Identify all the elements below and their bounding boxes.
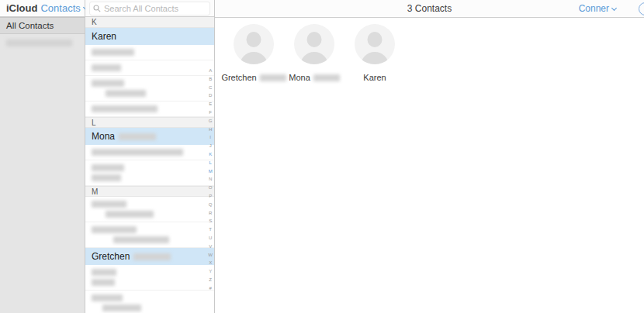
redacted-contact-name: [92, 105, 158, 112]
index-letter-r[interactable]: R: [209, 209, 212, 218]
contact-row-redacted[interactable]: [85, 76, 214, 101]
search-placeholder: Search All Contacts: [104, 4, 178, 13]
redacted-contact-name: [92, 149, 183, 156]
avatar-head: [247, 32, 261, 47]
index-letter-n[interactable]: N: [209, 175, 212, 184]
contact-card-name: Karen: [363, 73, 386, 82]
index-letter-hash[interactable]: #: [209, 284, 211, 293]
index-letter-z[interactable]: Z: [209, 276, 212, 284]
contact-card-name: Mona: [289, 73, 340, 82]
contacts-count: 3 Contacts: [407, 3, 452, 14]
section-header-k: K: [85, 17, 214, 28]
redacted-contact-name: [92, 174, 121, 181]
index-letter-j[interactable]: J: [209, 142, 212, 150]
index-letter-b[interactable]: B: [209, 75, 212, 84]
avatar-head: [307, 32, 322, 47]
index-letter-o[interactable]: O: [209, 184, 213, 192]
redacted-contact-name: [92, 226, 137, 233]
index-letter-g[interactable]: G: [209, 117, 213, 126]
index-letter-w[interactable]: W: [208, 251, 213, 260]
section-header-m: M: [85, 186, 214, 197]
contact-row-redacted[interactable]: [85, 45, 214, 60]
icloud-contacts-app: iCloud Contacts All Contacts Search All …: [0, 0, 644, 313]
contact-cards: GretchenMonaKaren: [215, 18, 644, 82]
contact-list: KKarenLMonaMGretchen: [85, 17, 214, 313]
index-letter-c[interactable]: C: [209, 84, 212, 92]
contact-card-gretchen[interactable]: Gretchen: [226, 24, 282, 82]
app-switcher-menu[interactable]: Contacts: [40, 2, 87, 14]
index-letter-h[interactable]: H: [209, 126, 212, 134]
contact-row-redacted[interactable]: [85, 101, 214, 117]
index-letter-m[interactable]: M: [209, 167, 213, 176]
contact-row-redacted[interactable]: [85, 60, 214, 76]
index-letter-t[interactable]: T: [209, 225, 212, 234]
redacted-last-name: [260, 74, 286, 81]
contact-row-redacted[interactable]: [85, 265, 214, 291]
avatar-torso: [361, 52, 389, 64]
contact-first-name: Mona: [289, 73, 310, 82]
index-letter-i[interactable]: I: [209, 133, 211, 142]
redacted-last-name: [133, 253, 171, 260]
section-header-l: L: [85, 117, 214, 128]
contact-row-redacted[interactable]: [85, 291, 214, 313]
section-letter: M: [92, 187, 98, 196]
contact-row-redacted[interactable]: [85, 197, 214, 222]
contact-first-name: Karen: [363, 73, 386, 82]
group-list: All Contacts: [0, 17, 85, 51]
index-letter-d[interactable]: D: [209, 91, 212, 100]
contact-row-karen[interactable]: Karen: [85, 28, 214, 45]
contact-row-gretchen[interactable]: Gretchen: [85, 248, 214, 265]
index-letter-l[interactable]: L: [209, 159, 211, 167]
app-header: iCloud Contacts: [0, 0, 85, 17]
main-panel: 3 Contacts Conner GretchenMonaKaren: [215, 0, 644, 313]
groups-sidebar: iCloud Contacts All Contacts: [0, 0, 85, 313]
index-letter-s[interactable]: S: [209, 217, 212, 225]
index-letter-e[interactable]: E: [209, 100, 212, 108]
contact-card-karen[interactable]: Karen: [347, 24, 403, 82]
index-letter-p[interactable]: P: [209, 192, 212, 201]
contact-row-redacted[interactable]: [85, 145, 214, 160]
index-letter-x[interactable]: X: [209, 259, 212, 267]
index-letter-k[interactable]: K: [209, 150, 212, 159]
sidebar-item-all-contacts[interactable]: All Contacts: [0, 17, 85, 34]
search-bar: Search All Contacts: [85, 0, 214, 17]
avatar-torso: [240, 52, 268, 64]
redacted-last-name: [313, 74, 340, 81]
redacted-group-name: [6, 40, 72, 46]
redacted-contact-name: [92, 201, 126, 208]
alphabet-index[interactable]: ABCDEFGHIJKLMNOPQRSTUVWXYZ#: [208, 67, 213, 293]
contact-first-name: Gretchen: [221, 73, 256, 82]
index-letter-f[interactable]: F: [209, 108, 212, 117]
index-letter-q[interactable]: Q: [209, 201, 213, 209]
redacted-contact-name: [92, 279, 115, 286]
redacted-contact-name: [92, 49, 134, 56]
section-letter: K: [92, 18, 97, 26]
contact-card-mona[interactable]: Mona: [286, 24, 342, 82]
index-letter-a[interactable]: A: [209, 67, 212, 75]
redacted-contact-name: [113, 236, 169, 243]
app-title: iCloud: [6, 2, 37, 14]
index-letter-y[interactable]: Y: [209, 267, 212, 276]
contact-row-redacted[interactable]: [85, 160, 214, 186]
account-name: Conner: [579, 3, 609, 14]
index-letter-v[interactable]: V: [209, 242, 212, 251]
redacted-contact-name: [106, 90, 146, 97]
chevron-down-icon: [611, 5, 617, 10]
contact-row-redacted[interactable]: [85, 222, 214, 248]
redacted-contact-name: [102, 304, 141, 311]
contact-row-mona[interactable]: Mona: [85, 128, 214, 145]
help-icon[interactable]: [639, 2, 644, 15]
avatar-silhouette-icon: [294, 24, 334, 64]
account-menu[interactable]: Conner: [579, 0, 616, 17]
redacted-last-name: [119, 133, 156, 140]
contact-list-panel: Search All Contacts KKarenLMonaMGretchen…: [85, 0, 215, 313]
search-icon: [93, 5, 101, 12]
contact-name: Gretchen: [92, 251, 130, 262]
app-switcher-label: Contacts: [40, 2, 80, 14]
section-letter: L: [92, 119, 96, 127]
sidebar-item-group-redacted[interactable]: [0, 34, 85, 51]
index-letter-u[interactable]: U: [209, 234, 212, 242]
search-input[interactable]: Search All Contacts: [89, 2, 210, 15]
avatar-torso: [300, 52, 328, 64]
avatar-head: [368, 32, 383, 47]
